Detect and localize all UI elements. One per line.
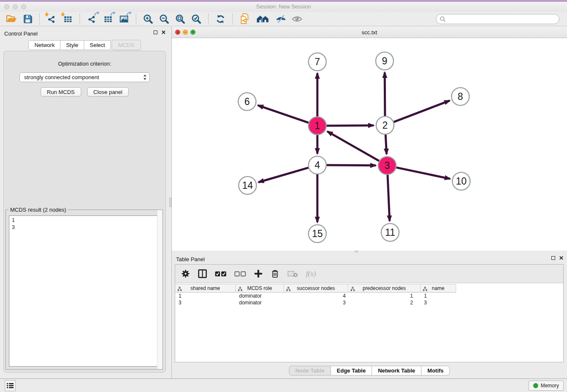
save-icon <box>23 14 33 24</box>
dropdown-stepper-icon <box>143 74 147 80</box>
network-view-window: x − + scc.txt 7968124314101511 <box>172 27 567 251</box>
memory-button[interactable]: Memory <box>528 381 564 391</box>
delete-table-icon[interactable] <box>287 270 298 277</box>
tab-edge-table[interactable]: Edge Table <box>331 366 372 375</box>
svg-text:2: 2 <box>383 120 388 131</box>
column-header-shared-name[interactable]: shared name <box>175 284 236 293</box>
apply-layout-button[interactable] <box>215 13 226 25</box>
search-icon <box>440 16 446 22</box>
node-3[interactable]: 3 <box>378 157 396 174</box>
column-header-predecessor-nodes[interactable]: predecessor nodes <box>348 284 421 293</box>
zoom-fit-button[interactable] <box>174 13 186 25</box>
tab-select[interactable]: Select <box>84 40 111 50</box>
node-7[interactable]: 7 <box>308 53 326 71</box>
float-panel-icon[interactable] <box>551 256 555 260</box>
node-8[interactable]: 8 <box>451 88 469 105</box>
export-image-button[interactable] <box>118 13 130 25</box>
import-network-button[interactable] <box>46 13 58 25</box>
hierarchy-icon <box>177 287 182 293</box>
table-toolbar: f(x) <box>175 265 563 283</box>
task-history-button[interactable] <box>5 380 16 391</box>
table-cell: 3 <box>284 299 348 306</box>
settings-gear-icon[interactable] <box>181 269 190 278</box>
home-icon <box>256 14 270 23</box>
open-session-button[interactable] <box>6 13 17 25</box>
edge-4-3[interactable] <box>327 165 376 166</box>
svg-text:15: 15 <box>312 228 323 239</box>
delete-column-trash-icon[interactable] <box>271 269 279 279</box>
node-6[interactable]: 6 <box>238 93 256 110</box>
memory-status-dot <box>533 383 538 388</box>
close-panel-icon[interactable]: ✕ <box>161 30 166 35</box>
select-all-icon[interactable] <box>215 271 226 277</box>
close-panel-button[interactable]: Close panel <box>87 87 129 97</box>
edge-2-8[interactable] <box>394 101 450 122</box>
column-header-successor-nodes[interactable]: successor nodes <box>284 284 348 293</box>
run-mcds-button[interactable]: Run MCDS <box>41 87 81 97</box>
node-4[interactable]: 4 <box>308 156 326 174</box>
add-column-icon[interactable] <box>254 269 263 278</box>
tab-network-table[interactable]: Network Table <box>372 366 421 375</box>
float-panel-icon[interactable] <box>154 30 157 34</box>
table-cell: 1 <box>175 293 236 299</box>
tab-motifs[interactable]: Motifs <box>421 366 450 375</box>
eye-icon <box>292 15 303 23</box>
svg-text:4: 4 <box>315 160 320 171</box>
home-button[interactable] <box>255 13 271 25</box>
control-tabs: NetworkStyleSelectMCDS <box>0 40 169 50</box>
node-10[interactable]: 10 <box>452 172 470 190</box>
edge-4-14[interactable] <box>259 168 308 182</box>
copy-network-view-button[interactable] <box>239 13 250 25</box>
import-table-button[interactable] <box>62 13 74 25</box>
deselect-all-icon[interactable] <box>234 271 246 277</box>
main-toolbar <box>0 12 567 26</box>
close-panel-icon[interactable]: ✕ <box>559 256 564 260</box>
network-canvas[interactable]: 7968124314101511 <box>172 38 567 251</box>
hide-panel-button[interactable] <box>275 13 287 25</box>
function-builder-icon[interactable]: f(x) <box>306 270 316 278</box>
column-label: name <box>432 285 444 291</box>
mcds-result-text[interactable]: 13 <box>9 215 160 367</box>
node-14[interactable]: 14 <box>239 177 256 194</box>
table-row[interactable]: 1dominator411 <box>175 293 563 299</box>
edge-3-1[interactable] <box>328 131 379 161</box>
tab-network[interactable]: Network <box>28 40 61 50</box>
tab-style[interactable]: Style <box>61 40 84 50</box>
zoom-out-button[interactable] <box>158 13 170 25</box>
mcds-panel: Optimization criterion: strongly connect… <box>3 51 166 373</box>
result-scrollbar[interactable] <box>157 210 162 369</box>
node-11[interactable]: 11 <box>381 224 399 241</box>
table-row[interactable]: 3dominator323 <box>175 299 563 306</box>
export-network-button[interactable] <box>86 13 98 25</box>
save-session-button[interactable] <box>22 13 33 25</box>
edge-3-11[interactable] <box>388 175 390 221</box>
edge-3-10[interactable] <box>396 168 450 179</box>
tab-mcds[interactable]: MCDS <box>112 40 140 50</box>
zoom-in-icon <box>143 14 153 24</box>
edge-2-9[interactable] <box>385 72 385 116</box>
tab-node-table[interactable]: Node Table <box>289 366 331 375</box>
search-input[interactable] <box>446 16 556 22</box>
node-2[interactable]: 2 <box>376 116 394 134</box>
show-panel-button[interactable] <box>291 13 303 25</box>
edge-2-3[interactable] <box>385 135 386 154</box>
node-9[interactable]: 9 <box>376 52 394 70</box>
node-15[interactable]: 15 <box>308 225 326 243</box>
splitter-handle[interactable] <box>169 198 171 207</box>
edge-1-6[interactable] <box>258 105 309 123</box>
zoom-in-button[interactable] <box>142 13 154 25</box>
node-1[interactable]: 1 <box>308 117 326 135</box>
table-panel: Table Panel ✕ f(x) shared nameMCDS roles… <box>172 252 567 378</box>
table-cell: 4 <box>284 293 348 299</box>
status-bar: Memory <box>0 378 567 392</box>
zoom-selected-button[interactable] <box>190 13 202 25</box>
toolbar-separator <box>39 14 40 25</box>
network-window-title: scc.txt <box>172 29 567 36</box>
export-table-button[interactable] <box>102 13 114 25</box>
criterion-dropdown[interactable]: strongly connected component <box>19 72 150 82</box>
column-header-MCDS-role[interactable]: MCDS role <box>236 284 284 293</box>
column-header-name[interactable]: name <box>421 284 456 293</box>
column-visibility-icon[interactable] <box>198 269 207 278</box>
hierarchy-icon <box>238 287 242 293</box>
edge-1-2[interactable] <box>327 125 374 126</box>
